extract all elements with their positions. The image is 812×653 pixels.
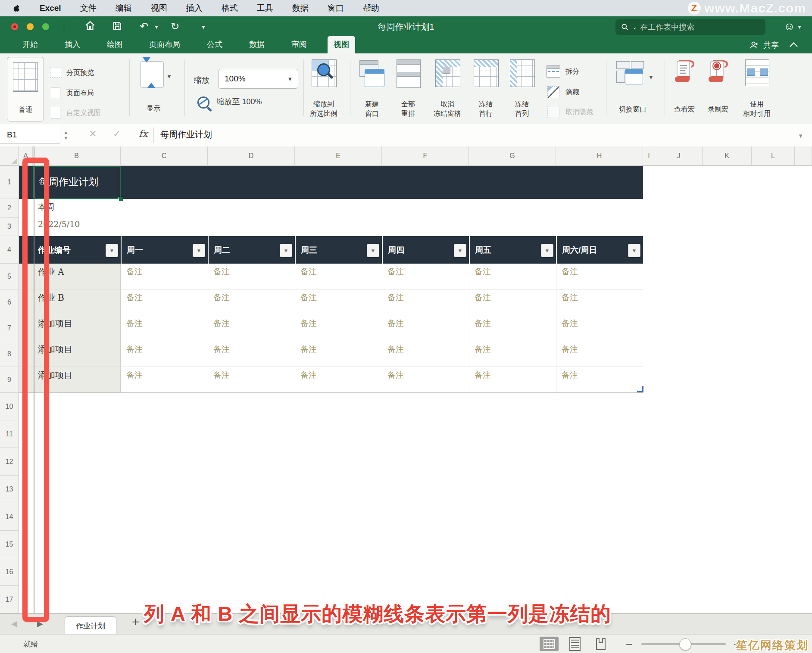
note-cell[interactable]: 备注 bbox=[382, 367, 469, 393]
note-cell[interactable]: 备注 bbox=[121, 289, 208, 315]
table-header-label: 周二 bbox=[214, 245, 230, 256]
note-cell[interactable]: 备注 bbox=[208, 341, 295, 367]
table-header-cell: 周一▼ bbox=[121, 236, 208, 264]
note-cell[interactable]: 备注 bbox=[121, 341, 208, 367]
row-header-11[interactable]: 11 bbox=[0, 420, 19, 448]
column-header-G[interactable]: G bbox=[469, 146, 556, 166]
table-header-label: 周三 bbox=[301, 245, 317, 256]
filter-dropdown-button[interactable]: ▼ bbox=[454, 244, 466, 257]
zoom-out-button[interactable]: − bbox=[626, 638, 632, 651]
table-header-cell: 周三▼ bbox=[295, 236, 382, 264]
row-header-17[interactable]: 17 bbox=[0, 586, 19, 613]
column-header-C[interactable]: C bbox=[121, 146, 208, 166]
table-header-label: 周四 bbox=[388, 245, 404, 256]
row-header-7[interactable]: 7 bbox=[0, 315, 19, 341]
row-header-10[interactable]: 10 bbox=[0, 393, 19, 420]
note-cell[interactable]: 备注 bbox=[295, 341, 382, 367]
row-header-12[interactable]: 12 bbox=[0, 448, 19, 476]
page-break-view-icon bbox=[596, 638, 606, 650]
note-cell[interactable]: 备注 bbox=[556, 315, 643, 341]
status-bar: 就绪 − + 笙亿网络策划 bbox=[0, 634, 812, 653]
table-bottom-border bbox=[19, 392, 643, 393]
zoom-slider-knob[interactable] bbox=[679, 638, 691, 650]
row-header-16[interactable]: 16 bbox=[0, 558, 19, 586]
selection-fill-handle[interactable] bbox=[119, 197, 123, 202]
note-cell[interactable]: 备注 bbox=[469, 367, 556, 393]
add-sheet-button[interactable]: + bbox=[132, 615, 140, 629]
column-header-H[interactable]: H bbox=[556, 146, 643, 166]
table-header-label: 周五 bbox=[475, 245, 491, 256]
row-header-4[interactable]: 4 bbox=[0, 236, 19, 264]
note-cell[interactable]: 备注 bbox=[208, 289, 295, 315]
note-cell[interactable]: 备注 bbox=[382, 289, 469, 315]
page-layout-view-icon bbox=[569, 637, 581, 651]
column-header-L[interactable]: L bbox=[752, 146, 795, 166]
sheet-tab-active[interactable]: 作业计划 bbox=[65, 616, 116, 635]
note-cell[interactable]: 备注 bbox=[469, 264, 556, 289]
note-cell[interactable]: 备注 bbox=[121, 315, 208, 341]
note-cell[interactable]: 备注 bbox=[295, 315, 382, 341]
filter-dropdown-button[interactable]: ▼ bbox=[367, 244, 379, 257]
note-cell[interactable]: 备注 bbox=[208, 367, 295, 393]
note-cell[interactable]: 备注 bbox=[469, 315, 556, 341]
row-header-8[interactable]: 8 bbox=[0, 341, 19, 367]
note-cell[interactable]: 备注 bbox=[295, 289, 382, 315]
row-header-6[interactable]: 6 bbox=[0, 289, 19, 315]
row-header-1[interactable]: 1 bbox=[0, 166, 19, 199]
note-cell[interactable]: 备注 bbox=[208, 264, 295, 289]
row-header-2[interactable]: 2 bbox=[0, 199, 19, 218]
note-cell[interactable]: 备注 bbox=[469, 289, 556, 315]
page-layout-status-button[interactable] bbox=[565, 637, 584, 651]
note-cell[interactable]: 备注 bbox=[556, 367, 643, 393]
table-resize-handle[interactable] bbox=[637, 386, 643, 392]
note-cell[interactable]: 备注 bbox=[121, 367, 208, 393]
row-header-13[interactable]: 13 bbox=[0, 476, 19, 503]
note-cell[interactable]: 备注 bbox=[382, 341, 469, 367]
column-header-D[interactable]: D bbox=[208, 146, 295, 166]
select-all-corner[interactable] bbox=[0, 146, 19, 166]
table-header-cell: 周四▼ bbox=[382, 236, 469, 264]
table-header-cell: 周二▼ bbox=[208, 236, 295, 264]
note-cell[interactable]: 备注 bbox=[556, 341, 643, 367]
status-ready: 就绪 bbox=[23, 639, 38, 649]
note-cell[interactable]: 备注 bbox=[295, 264, 382, 289]
row-header-5[interactable]: 5 bbox=[0, 264, 19, 289]
note-cell[interactable]: 备注 bbox=[208, 315, 295, 341]
column-header-J[interactable]: J bbox=[655, 146, 703, 166]
column-header-I[interactable]: I bbox=[643, 146, 655, 166]
note-cell[interactable]: 备注 bbox=[382, 264, 469, 289]
note-cell[interactable]: 备注 bbox=[382, 315, 469, 341]
frozen-column-highlight-annotation bbox=[22, 158, 49, 622]
note-cell[interactable]: 备注 bbox=[469, 341, 556, 367]
previous-sheet-icon[interactable]: ◀ bbox=[11, 619, 17, 628]
table-header-label: 周六/周日 bbox=[562, 245, 597, 256]
normal-view-status-button[interactable] bbox=[540, 637, 559, 651]
excel-window: Excel 文件 编辑 视图 插入 格式 工具 数据 窗口 帮助 Z www.M… bbox=[0, 0, 812, 653]
row-header-14[interactable]: 14 bbox=[0, 503, 19, 531]
column-header[interactable] bbox=[795, 146, 812, 166]
spreadsheet-grid: ABCDEFGHIJKL1234567891011121314151617每周作… bbox=[0, 0, 812, 653]
table-header-label: 周一 bbox=[127, 245, 143, 256]
note-cell[interactable]: 备注 bbox=[556, 264, 643, 289]
filter-dropdown-button[interactable]: ▼ bbox=[280, 244, 292, 257]
column-header-K[interactable]: K bbox=[703, 146, 752, 166]
filter-dropdown-button[interactable]: ▼ bbox=[193, 244, 205, 257]
row-header-3[interactable]: 3 bbox=[0, 218, 19, 236]
page-break-status-button[interactable] bbox=[591, 637, 610, 651]
column-header-F[interactable]: F bbox=[382, 146, 469, 166]
filter-dropdown-button[interactable]: ▼ bbox=[541, 244, 553, 257]
note-cell[interactable]: 备注 bbox=[295, 367, 382, 393]
grid-view-icon bbox=[543, 639, 555, 649]
annotation-caption: 列 A 和 B 之间显示的模糊线条表示第一列是冻结的 bbox=[144, 600, 611, 628]
gold-watermark: 笙亿网络策划 bbox=[736, 638, 809, 653]
filter-dropdown-button[interactable]: ▼ bbox=[628, 244, 640, 257]
filter-dropdown-button[interactable]: ▼ bbox=[106, 244, 118, 257]
note-cell[interactable]: 备注 bbox=[556, 289, 643, 315]
note-cell[interactable]: 备注 bbox=[121, 264, 208, 289]
table-header-cell: 周六/周日▼ bbox=[556, 236, 643, 264]
table-header-cell: 周五▼ bbox=[469, 236, 556, 264]
column-header-E[interactable]: E bbox=[295, 146, 382, 166]
row-header-9[interactable]: 9 bbox=[0, 367, 19, 393]
row-header-15[interactable]: 15 bbox=[0, 531, 19, 558]
